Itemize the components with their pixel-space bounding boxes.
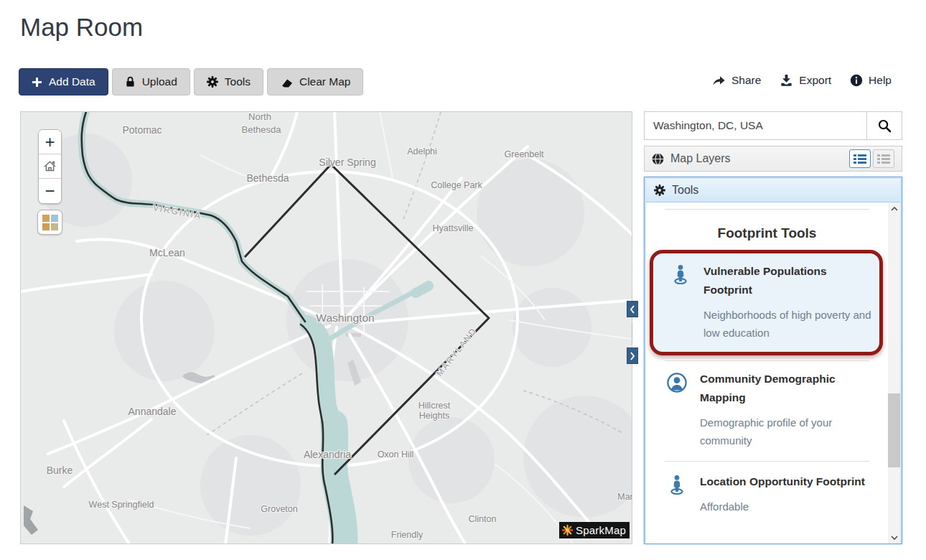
map-place-label: College Park — [431, 180, 482, 190]
location-search — [644, 111, 902, 140]
gear-icon — [654, 185, 665, 196]
help-link[interactable]: Help — [850, 74, 892, 87]
sparkmap-logo-icon — [561, 524, 574, 536]
map-place-label: Potomac — [122, 124, 162, 136]
tools-scrollbar[interactable] — [888, 202, 900, 543]
map-place-label: McLean — [149, 247, 185, 258]
globe-icon — [652, 153, 664, 165]
map-place-label: Silver Spring — [319, 157, 375, 168]
scroll-down-button[interactable] — [888, 531, 900, 543]
add-data-label: Add Data — [49, 75, 95, 88]
tool-item-text: Location Opportunity Footprint Affordabl… — [700, 472, 865, 515]
toolbar: Add Data Upload Tools Clear Map — [19, 68, 363, 95]
basemap-switcher-button[interactable] — [37, 210, 62, 235]
divider — [665, 461, 869, 462]
layer-view-toggles — [849, 149, 894, 168]
tools-button[interactable]: Tools — [194, 68, 263, 95]
panel-divider-handle[interactable] — [632, 323, 632, 343]
gear-icon — [207, 76, 218, 88]
map-place-label: Burke — [47, 465, 73, 476]
tools-panel-header[interactable]: Tools — [646, 179, 900, 202]
share-label: Share — [731, 74, 761, 87]
export-link[interactable]: Export — [780, 73, 831, 87]
tool-item-title: Community Demographic Mapping — [700, 370, 879, 407]
map-place-label: Mar — [617, 492, 632, 502]
tool-item-description: Neighborhoods of high poverty and low ed… — [703, 306, 875, 342]
tools-label: Tools — [225, 75, 251, 88]
divider — [665, 209, 869, 210]
scroll-up-button[interactable] — [888, 202, 900, 215]
map-canvas[interactable]: NorthBethesdaPotomacSilver SpringBethesd… — [20, 111, 632, 544]
map-place-label: Annandale — [128, 406, 177, 417]
share-link[interactable]: Share — [711, 74, 761, 87]
tool-item-text: Community Demographic Mapping Demographi… — [700, 370, 879, 449]
footprint-tools-heading: Footprint Tools — [646, 225, 888, 241]
tools-panel-body: Footprint Tools Vulnerable Populations F… — [646, 202, 900, 543]
tools-list: Footprint Tools Vulnerable Populations F… — [646, 202, 888, 515]
map-zoom-controls: + − — [38, 129, 62, 204]
home-button[interactable] — [39, 154, 61, 179]
tool-item-vulnerable-populations[interactable]: Vulnerable Populations Footprint Neighbo… — [650, 250, 883, 355]
tool-item-text: Vulnerable Populations Footprint Neighbo… — [703, 262, 875, 342]
export-label: Export — [799, 74, 831, 87]
share-icon — [711, 74, 726, 86]
plus-icon — [32, 77, 42, 88]
zoom-out-button[interactable]: − — [39, 179, 61, 203]
tool-item-community-demographics[interactable]: Community Demographic Mapping Demographi… — [650, 370, 883, 449]
eraser-icon — [280, 76, 293, 88]
help-label: Help — [869, 74, 892, 87]
search-icon — [878, 119, 892, 133]
clear-map-label: Clear Map — [299, 75, 351, 88]
scroll-thumb[interactable] — [888, 393, 900, 467]
basemap-graphics — [21, 112, 632, 544]
tool-item-description: Affordable — [700, 498, 865, 515]
chevron-right-icon — [630, 352, 635, 360]
tools-panel-title: Tools — [672, 184, 698, 197]
divider — [665, 360, 869, 361]
zoom-in-button[interactable]: + — [39, 130, 61, 154]
chevron-down-icon — [891, 536, 898, 540]
search-button[interactable] — [866, 112, 902, 139]
sidebar-expand-button[interactable] — [627, 347, 638, 364]
map-place-label: Adelphi — [407, 146, 437, 157]
person-marker-icon — [654, 472, 700, 495]
basemap-grid-icon — [42, 215, 58, 230]
chevron-left-icon — [630, 305, 635, 314]
lock-icon — [125, 76, 136, 88]
tool-item-title: Location Opportunity Footprint — [700, 472, 865, 491]
zoom-in-glyph: + — [45, 132, 55, 152]
home-icon — [43, 160, 57, 172]
tool-item-description: Demographic profile of your community — [700, 414, 879, 449]
tool-item-title: Vulnerable Populations Footprint — [703, 262, 875, 299]
detailed-list-view-button[interactable] — [849, 149, 871, 168]
map-place-label: Oxon Hill — [378, 449, 414, 459]
compact-list-view-button[interactable] — [873, 149, 894, 168]
add-data-button[interactable]: Add Data — [19, 68, 108, 95]
map-attribution[interactable]: SparkMap — [559, 522, 630, 538]
zoom-out-glyph: − — [45, 181, 55, 201]
map-place-label: Washington — [316, 312, 374, 325]
tools-panel: Tools Footprint Tools Vulnerable Populat… — [644, 177, 902, 544]
list-compact-icon — [877, 154, 890, 164]
chevron-up-icon — [891, 207, 898, 211]
download-icon — [780, 73, 793, 87]
map-layers-header[interactable]: Map Layers — [644, 146, 902, 172]
list-detailed-icon — [853, 154, 866, 164]
map-place-label: Bethesda — [246, 172, 289, 184]
sidebar-collapse-button[interactable] — [627, 301, 638, 317]
map-room-page: Map Room Add Data Upload Tools Clear Map… — [0, 0, 926, 560]
map-place-label: Greenbelt — [505, 149, 544, 159]
map-place-label: Alexandria — [304, 449, 351, 460]
map-place-label: Groveton — [261, 504, 297, 514]
search-input[interactable] — [645, 112, 866, 139]
map-place-label: West Springfield — [89, 500, 154, 510]
header-links: Share Export Help — [711, 73, 892, 87]
sparkmap-logo-text: SparkMap — [576, 524, 626, 536]
clear-map-button[interactable]: Clear Map — [267, 68, 364, 95]
map-place-label: Friendly — [391, 530, 423, 540]
map-place-label: Hillcrest — [418, 401, 450, 411]
upload-button[interactable]: Upload — [112, 68, 190, 95]
map-place-label: Bethesda — [242, 124, 281, 135]
upload-label: Upload — [142, 75, 177, 88]
tool-item-location-opportunity[interactable]: Location Opportunity Footprint Affordabl… — [650, 472, 883, 515]
